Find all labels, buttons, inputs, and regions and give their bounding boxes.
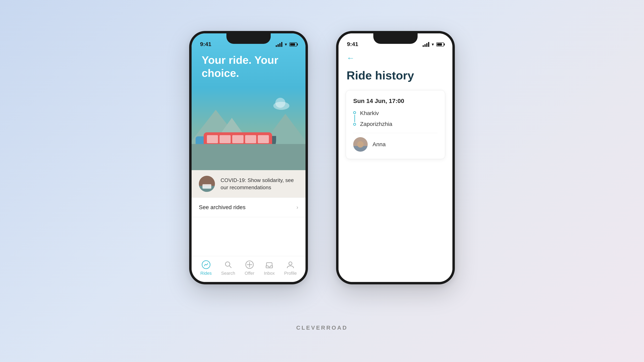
archived-rides-label: See archived rides (199, 204, 246, 211)
phone-1-content: Your ride. Your choice. (192, 33, 306, 282)
notch (226, 33, 271, 44)
bus-window (220, 135, 231, 143)
signal-icon-2 (422, 42, 429, 47)
bus-window (232, 135, 243, 143)
brand-label: CLEVERROAD (296, 325, 348, 331)
driver-name: Anna (372, 141, 386, 148)
phone-2-content: ← Ride history Sun 14 Jun, 17:00 (338, 33, 452, 282)
scene: 9:41 ▾ Your ride. Your choice. (189, 31, 455, 331)
search-icon (224, 260, 233, 269)
bus-window (258, 135, 269, 143)
page-title: Ride history (338, 64, 452, 90)
see-archived-rides[interactable]: See archived rides › (192, 198, 306, 217)
nav-label-search: Search (221, 271, 235, 276)
route-stops: Kharkiv Zaporizhzhia (360, 110, 392, 127)
nav-label-profile: Profile (284, 271, 297, 276)
cloud-decoration (273, 102, 290, 110)
phone-home: 9:41 ▾ Your ride. Your choice. (189, 31, 308, 284)
svg-point-6 (289, 262, 292, 265)
back-button[interactable]: ← (338, 49, 452, 64)
status-time-history: 9:41 (347, 41, 358, 47)
nav-label-inbox: Inbox (264, 271, 275, 276)
battery-icon-2 (436, 42, 444, 46)
ride-date: Sun 14 Jun, 17:00 (353, 97, 438, 104)
bus-window (245, 135, 256, 143)
ride-card[interactable]: Sun 14 Jun, 17:00 Kharkiv Zaporizhzhia (346, 90, 445, 159)
covid-avatar (199, 176, 215, 192)
dot-destination (353, 123, 356, 126)
bus-window (207, 135, 218, 143)
battery-icon (290, 42, 297, 46)
nav-item-profile[interactable]: Profile (284, 260, 297, 276)
chevron-right-icon: › (296, 204, 298, 211)
ground (192, 144, 306, 170)
ride-route: Kharkiv Zaporizhzhia (353, 110, 438, 127)
nav-label-offer: Offer (245, 271, 254, 276)
svg-line-2 (229, 266, 231, 268)
route-line (354, 115, 355, 122)
inbox-icon (265, 260, 274, 269)
bottom-nav: Rides Search (192, 256, 306, 282)
covid-text: COVID-19: Show solidarity, see our recom… (220, 177, 298, 191)
route-from: Kharkiv (360, 110, 392, 116)
offer-icon (245, 260, 254, 269)
hero-tagline: Your ride. Your choice. (202, 53, 296, 80)
nav-item-offer[interactable]: Offer (245, 260, 254, 276)
nav-item-rides[interactable]: Rides (200, 260, 212, 276)
covid-banner[interactable]: COVID-19: Show solidarity, see our recom… (192, 170, 306, 198)
status-icons-home: ▾ (276, 42, 297, 47)
dot-origin (353, 111, 356, 114)
nav-item-search[interactable]: Search (221, 260, 235, 276)
hero-landscape (192, 86, 306, 170)
wifi-icon: ▾ (285, 42, 287, 47)
status-time-home: 9:41 (200, 41, 211, 47)
back-arrow-icon: ← (346, 53, 354, 62)
notch-2 (373, 33, 418, 44)
rides-icon (202, 260, 210, 269)
status-icons-history: ▾ (422, 42, 444, 47)
route-dots (353, 110, 356, 127)
signal-icon (276, 42, 282, 47)
wifi-icon-2: ▾ (432, 42, 434, 47)
hero-section: Your ride. Your choice. (192, 33, 306, 170)
driver-avatar (353, 137, 368, 152)
driver-row: Anna (353, 133, 438, 152)
profile-icon (286, 260, 295, 269)
nav-item-inbox[interactable]: Inbox (264, 260, 275, 276)
route-to: Zaporizhzhia (360, 121, 392, 127)
phone-ride-history: 9:41 ▾ ← Ride history (336, 31, 455, 284)
nav-label-rides: Rides (200, 271, 212, 276)
phones-row: 9:41 ▾ Your ride. Your choice. (189, 31, 455, 284)
